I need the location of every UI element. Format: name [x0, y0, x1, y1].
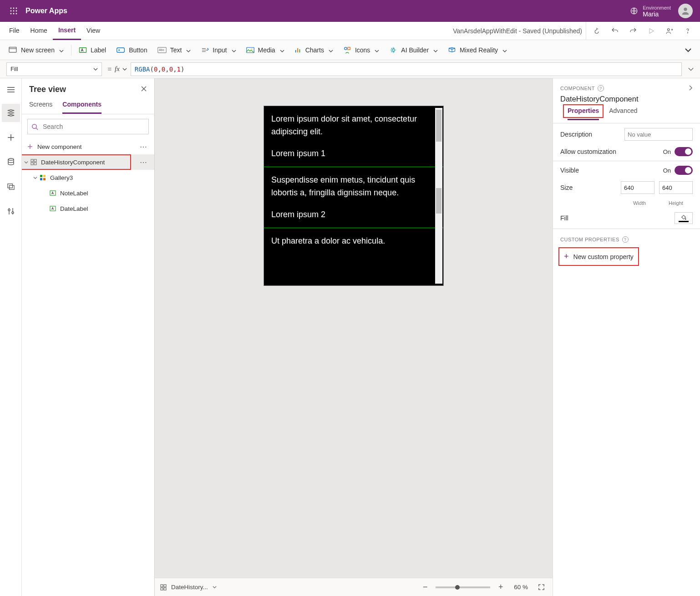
svg-rect-47 — [34, 159, 36, 162]
media-dropdown[interactable]: Media — [242, 42, 289, 58]
property-selector[interactable]: Fill — [6, 62, 102, 76]
fx-button[interactable]: fx — [115, 65, 131, 73]
prop-description-input[interactable] — [624, 128, 693, 141]
svg-point-33 — [8, 158, 14, 160]
play-button[interactable] — [643, 22, 660, 40]
rail-insert[interactable] — [2, 128, 20, 147]
new-custom-property-button[interactable]: + New custom property — [558, 247, 639, 266]
icons-dropdown[interactable]: Icons — [339, 42, 384, 58]
ai-builder-dropdown[interactable]: AI Builder — [385, 42, 442, 58]
svg-rect-57 — [164, 585, 166, 587]
help-icon[interactable]: ? — [622, 236, 629, 243]
more-icon[interactable]: ⋯ — [140, 143, 152, 151]
svg-point-10 — [684, 8, 687, 11]
zoom-out-button[interactable]: − — [419, 581, 431, 593]
chevron-right-icon[interactable] — [688, 85, 693, 92]
rail-tree-view[interactable] — [2, 104, 20, 122]
menu-bar: File Home Insert View VanArsdelAppWithEd… — [0, 22, 700, 40]
tab-properties[interactable]: Properties — [568, 107, 599, 120]
svg-rect-46 — [31, 159, 33, 162]
design-canvas[interactable]: Lorem ipsum dolor sit amet, consectetur … — [155, 78, 553, 578]
share-button[interactable] — [661, 22, 678, 40]
menu-home[interactable]: Home — [25, 22, 53, 40]
undo-button[interactable] — [606, 22, 624, 40]
svg-rect-55 — [50, 206, 56, 211]
tree-node-gallery[interactable]: Gallery3 ⋯ — [22, 170, 154, 185]
close-icon[interactable] — [141, 86, 147, 93]
app-header: Power Apps Environment Maria — [0, 0, 700, 22]
ribbon-expand-button[interactable] — [680, 42, 696, 58]
component-preview[interactable]: Lorem ipsum dolor sit amet, consectetur … — [264, 106, 444, 286]
button-button[interactable]: Button — [112, 42, 152, 58]
tree-node-notelabel[interactable]: NoteLabel ⋯ — [22, 185, 154, 201]
allow-customization-toggle[interactable] — [675, 147, 693, 156]
formula-input[interactable]: RGBA(0, 0, 0, 1) — [131, 62, 682, 76]
svg-point-42 — [32, 124, 36, 128]
chevron-down-icon[interactable] — [23, 160, 29, 164]
chevron-down-icon — [433, 48, 438, 52]
tab-components[interactable]: Components — [62, 97, 101, 114]
input-dropdown[interactable]: Input — [196, 42, 240, 58]
label-button[interactable]: Label — [74, 42, 111, 58]
brand-title: Power Apps — [25, 7, 67, 15]
mixed-reality-dropdown[interactable]: Mixed Reality — [443, 42, 512, 58]
new-screen-button[interactable]: New screen — [4, 42, 68, 58]
scrollbar[interactable] — [435, 108, 442, 284]
charts-dropdown[interactable]: Charts — [290, 42, 338, 58]
date-text: Lorem ipsum 1 — [271, 149, 436, 158]
zoom-value: 60 % — [514, 584, 528, 591]
chevron-down-icon[interactable] — [32, 176, 38, 180]
app-launcher-button[interactable] — [5, 7, 23, 15]
properties-panel: COMPONENT ? DateHistoryComponent Propert… — [553, 78, 700, 596]
fit-to-screen-button[interactable] — [535, 581, 547, 593]
width-sublabel: Width — [623, 200, 656, 206]
redo-button[interactable] — [624, 22, 642, 40]
rail-data[interactable] — [2, 153, 20, 171]
help-icon[interactable]: ? — [598, 85, 604, 92]
tab-screens[interactable]: Screens — [29, 97, 52, 114]
menu-insert[interactable]: Insert — [53, 22, 81, 40]
rail-advanced-tools[interactable] — [2, 202, 20, 220]
svg-rect-51 — [43, 175, 46, 177]
prop-description-label: Description — [560, 131, 620, 138]
search-input[interactable] — [27, 119, 149, 134]
chevron-down-icon[interactable] — [213, 585, 217, 589]
menu-view[interactable]: View — [81, 22, 106, 40]
user-avatar[interactable] — [678, 4, 693, 18]
svg-rect-56 — [161, 585, 163, 587]
tab-advanced[interactable]: Advanced — [609, 107, 637, 120]
tree-node-datelabel[interactable]: DateLabel ⋯ — [22, 201, 154, 216]
breadcrumb[interactable]: DateHistory... — [171, 584, 208, 591]
menu-file[interactable]: File — [4, 22, 25, 40]
prop-fill-label: Fill — [560, 214, 670, 222]
svg-point-3 — [10, 10, 12, 12]
help-button[interactable] — [679, 22, 696, 40]
app-checker-icon[interactable] — [588, 22, 605, 40]
formula-expand-button[interactable] — [682, 66, 700, 72]
new-component-button[interactable]: New component ⋯ — [22, 139, 154, 154]
svg-rect-35 — [9, 185, 14, 189]
svg-point-2 — [16, 8, 17, 9]
custom-properties-header: CUSTOM PROPERTIES — [560, 237, 619, 242]
rail-media[interactable] — [2, 178, 20, 196]
zoom-slider[interactable] — [436, 586, 490, 588]
height-input[interactable] — [659, 181, 693, 194]
text-dropdown[interactable]: Abc Text — [153, 42, 196, 58]
zoom-in-button[interactable]: + — [495, 581, 507, 593]
svg-rect-13 — [9, 47, 16, 52]
width-input[interactable] — [621, 181, 654, 194]
svg-point-4 — [13, 10, 15, 12]
environment-picker[interactable]: Environment Maria — [630, 5, 671, 17]
environment-label: Environment — [643, 5, 671, 11]
more-icon[interactable]: ⋯ — [140, 158, 152, 167]
equals-sign: = — [105, 65, 115, 73]
component-name: DateHistoryComponent — [560, 95, 693, 103]
search-field[interactable] — [42, 122, 145, 131]
rail-hamburger[interactable] — [2, 82, 20, 97]
fill-color-picker[interactable] — [675, 212, 693, 224]
svg-point-0 — [10, 8, 12, 9]
svg-rect-16 — [117, 48, 125, 52]
toggle-on-label: On — [663, 167, 671, 174]
tree-node-root[interactable]: DateHistoryComponent ⋯ — [22, 154, 154, 170]
visible-toggle[interactable] — [675, 166, 693, 175]
